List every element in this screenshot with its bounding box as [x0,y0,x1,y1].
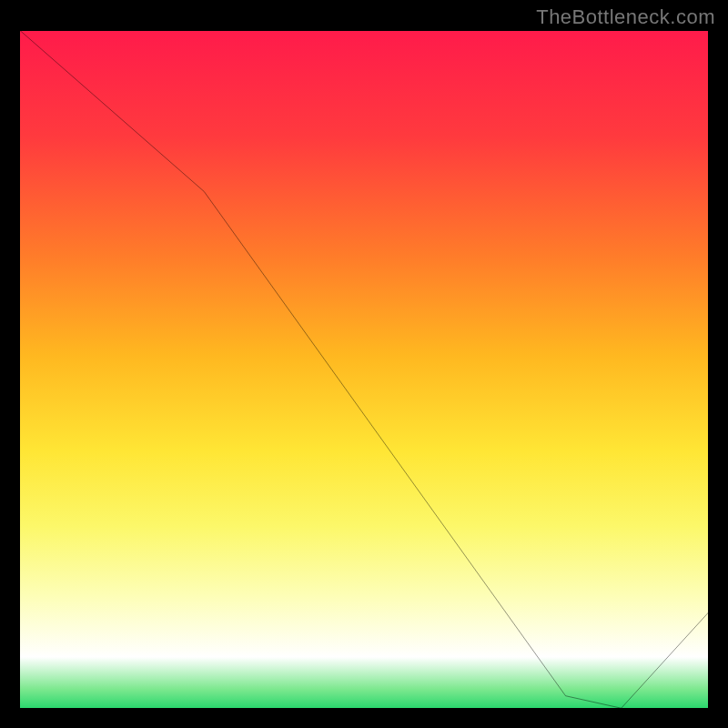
plot-area [16,27,712,712]
watermark-text: TheBottleneck.com [536,5,715,29]
chart-stage: TheBottleneck.com [0,0,728,728]
line-series-svg [16,27,712,712]
bottleneck-curve-path [16,27,712,708]
